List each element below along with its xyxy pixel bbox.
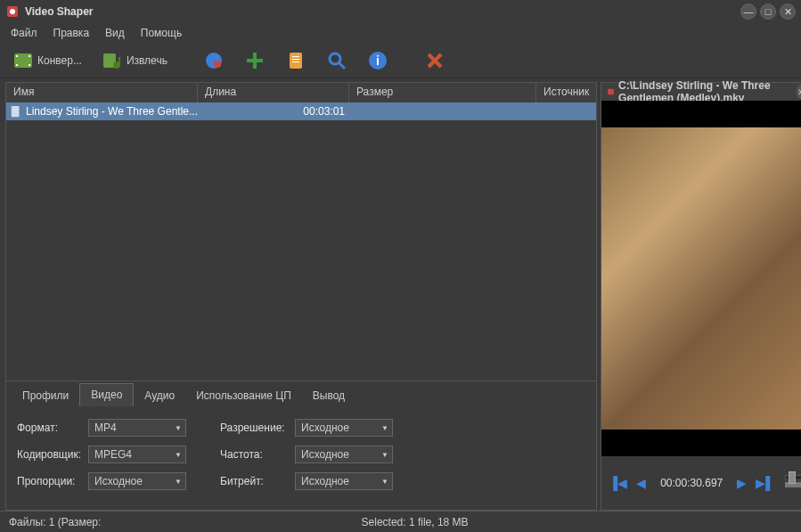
extract-button[interactable]: Извлечь: [96, 46, 173, 75]
menu-view[interactable]: Вид: [98, 25, 132, 41]
chevron-down-icon: ▼: [175, 451, 182, 459]
svg-rect-4: [16, 64, 18, 66]
svg-rect-15: [292, 56, 299, 57]
app-icon: [607, 86, 615, 98]
status-selected: Selected: 1 file, 18 MB: [362, 516, 792, 528]
encoder-dropdown[interactable]: MPEG4▼: [88, 446, 186, 463]
svg-rect-9: [119, 57, 120, 65]
format-dropdown[interactable]: MP4▼: [88, 419, 186, 437]
clipboard-button[interactable]: [280, 46, 312, 75]
music-film-icon: [102, 50, 123, 71]
search-button[interactable]: [321, 46, 353, 75]
svg-rect-14: [290, 53, 302, 69]
svg-rect-24: [12, 106, 20, 117]
close-button[interactable]: ✕: [780, 4, 796, 20]
convert-button[interactable]: Конвер...: [7, 46, 87, 75]
svg-rect-3: [16, 55, 18, 57]
gear-sphere-icon: [203, 50, 225, 71]
col-name[interactable]: Имя: [6, 83, 198, 102]
minimize-button[interactable]: —: [740, 4, 756, 20]
skip-forward-button[interactable]: ▶▌: [756, 476, 774, 490]
list-item[interactable]: Lindsey Stirling - We Three Gentle... 00…: [6, 102, 596, 120]
svg-rect-13: [247, 59, 263, 62]
tab-output[interactable]: Вывод: [302, 385, 356, 406]
chevron-down-icon: ▼: [175, 478, 182, 486]
settings-button[interactable]: [198, 46, 230, 75]
maximize-button[interactable]: □: [760, 4, 776, 20]
add-button[interactable]: [239, 46, 271, 75]
svg-rect-25: [608, 89, 614, 95]
menu-file[interactable]: Файл: [4, 25, 45, 41]
svg-point-11: [214, 61, 221, 68]
framerate-dropdown[interactable]: Исходное▼: [295, 446, 393, 463]
svg-rect-17: [292, 61, 299, 62]
chevron-down-icon: ▼: [381, 451, 388, 459]
aspect-dropdown[interactable]: Исходное▼: [88, 472, 186, 490]
col-length[interactable]: Длина: [198, 83, 349, 102]
svg-line-19: [339, 63, 345, 69]
svg-rect-16: [292, 59, 299, 60]
status-files: Файлы: 1 (Размер:: [9, 516, 362, 528]
info-button[interactable]: i: [362, 46, 394, 75]
resolution-label: Разрешение:: [220, 422, 291, 434]
svg-rect-6: [29, 64, 30, 66]
item-length: 00:03:01: [200, 105, 352, 118]
video-preview[interactable]: [601, 101, 801, 456]
preview-close-button[interactable]: ✕: [797, 85, 801, 99]
timeline-slider[interactable]: [785, 470, 801, 496]
aspect-label: Пропорции:: [17, 475, 85, 487]
menu-help[interactable]: Помощь: [134, 25, 189, 41]
timeline-handle[interactable]: [789, 471, 796, 484]
video-frame: [601, 127, 801, 430]
list-header: Имя Длина Размер Источник: [6, 83, 596, 102]
svg-point-1: [10, 9, 15, 14]
chevron-down-icon: ▼: [381, 478, 388, 486]
plus-icon: [244, 50, 266, 71]
menu-edit[interactable]: Правка: [46, 25, 97, 41]
time-display: 00:00:30.697: [655, 477, 728, 489]
x-icon: [424, 50, 445, 71]
resolution-dropdown[interactable]: Исходное▼: [295, 419, 393, 437]
film-icon: [12, 50, 34, 71]
app-icon: [5, 4, 20, 19]
chevron-down-icon: ▼: [381, 424, 388, 432]
file-icon: [10, 105, 22, 118]
col-source[interactable]: Источник: [536, 83, 596, 102]
svg-text:i: i: [376, 53, 380, 68]
extract-label: Извлечь: [127, 54, 168, 67]
svg-rect-5: [29, 55, 30, 57]
bitrate-dropdown[interactable]: Исходное▼: [295, 472, 393, 490]
svg-point-18: [330, 53, 340, 64]
col-size[interactable]: Размер: [349, 83, 536, 102]
delete-button[interactable]: [419, 46, 451, 75]
chevron-down-icon: ▼: [175, 424, 182, 432]
search-icon: [326, 50, 347, 71]
convert-label: Конвер...: [37, 54, 82, 67]
play-forward-button[interactable]: ▶: [737, 476, 747, 490]
clipboard-icon: [285, 50, 307, 71]
window-title: Video Shaper: [25, 5, 93, 18]
format-label: Формат:: [17, 422, 85, 434]
bitrate-label: Битрейт:: [220, 475, 291, 487]
skip-back-button[interactable]: ▐◀: [609, 476, 627, 490]
tab-profiles[interactable]: Профили: [12, 385, 79, 406]
info-icon: i: [367, 50, 388, 71]
encoder-label: Кодировщик:: [17, 448, 85, 461]
tab-audio[interactable]: Аудио: [134, 385, 185, 406]
framerate-label: Частота:: [220, 448, 291, 461]
tab-video[interactable]: Видео: [79, 383, 134, 406]
item-name: Lindsey Stirling - We Three Gentle...: [26, 105, 200, 118]
play-back-button[interactable]: ◀: [636, 476, 646, 490]
tab-cpu[interactable]: Использование ЦП: [185, 385, 302, 406]
